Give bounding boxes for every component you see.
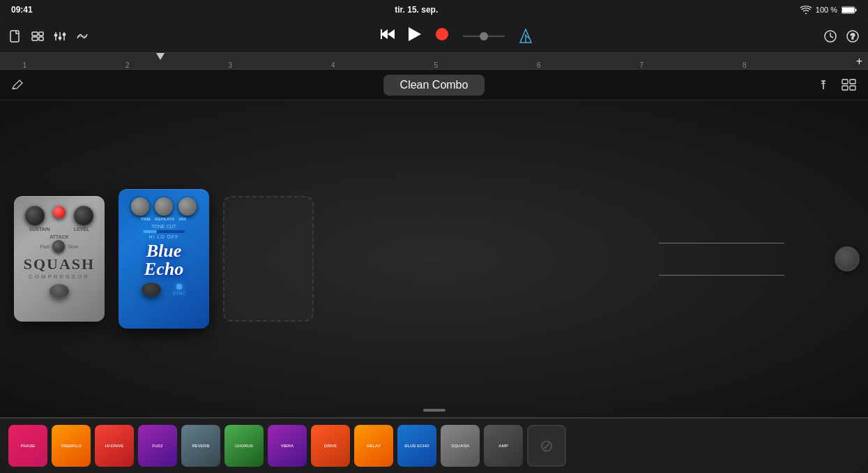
ruler-mark-5: 5 bbox=[434, 61, 439, 69]
echo-footswitch-row: Sync bbox=[142, 283, 185, 296]
preset-name-button[interactable]: Clean Combo bbox=[383, 75, 485, 96]
tempo-button[interactable] bbox=[823, 29, 837, 43]
tray-pedal-10[interactable]: Blue Echo bbox=[397, 425, 436, 467]
new-track-button[interactable] bbox=[8, 29, 22, 43]
squash-footswitch[interactable] bbox=[50, 284, 69, 298]
echo-knobs-row bbox=[131, 197, 197, 216]
tray-pedal-6[interactable]: Chorus bbox=[224, 425, 264, 467]
squash-led bbox=[53, 206, 66, 218]
echo-mix-knob[interactable] bbox=[178, 197, 197, 216]
tracks-button[interactable] bbox=[31, 29, 45, 43]
squash-attack-row: Fast Slow bbox=[40, 240, 79, 253]
add-track-button[interactable]: + bbox=[856, 55, 862, 68]
tray-pedal-3[interactable]: Hi-Drive bbox=[95, 425, 134, 467]
squash-knob-labels: SUSTAIN LEVEL bbox=[29, 227, 90, 232]
tray-pedal-2[interactable]: Tremolo bbox=[52, 425, 91, 467]
empty-pedal-slot[interactable] bbox=[223, 196, 314, 322]
blue-echo-pedal[interactable]: Time Repeats Mix TONE CUT HI LO OFF Blue… bbox=[119, 189, 209, 329]
tray-pedal-7[interactable]: Vibra bbox=[268, 425, 307, 467]
volume-slider[interactable] bbox=[463, 32, 505, 40]
tuner-button[interactable] bbox=[816, 78, 830, 92]
tray-pedal-11[interactable]: Squash bbox=[441, 425, 480, 467]
home-button[interactable] bbox=[835, 246, 860, 271]
svg-rect-34 bbox=[842, 86, 848, 90]
echo-footswitch[interactable] bbox=[142, 283, 161, 296]
pedalboard-area: SUSTAIN LEVEL ATTACK Fast Slow SQUASH CO… bbox=[0, 100, 868, 417]
squash-sustain-knob[interactable] bbox=[25, 206, 45, 225]
echo-tone-bar bbox=[143, 230, 185, 233]
playhead[interactable] bbox=[156, 53, 165, 60]
status-time: 09:41 bbox=[11, 5, 33, 15]
squash-level-label: LEVEL bbox=[74, 227, 90, 232]
help-button[interactable]: ? bbox=[846, 29, 860, 43]
status-right: 100 % bbox=[800, 6, 857, 14]
record-button[interactable] bbox=[435, 27, 449, 45]
record-icon bbox=[435, 27, 449, 41]
squash-knobs-row bbox=[25, 206, 93, 225]
svg-rect-2 bbox=[855, 8, 856, 11]
sub-toolbar-right bbox=[816, 78, 857, 92]
pedalboard-view-button[interactable] bbox=[842, 79, 857, 91]
svg-rect-35 bbox=[850, 80, 855, 84]
ruler-mark-7: 7 bbox=[639, 61, 644, 69]
wifi-icon bbox=[800, 6, 812, 14]
svg-point-19 bbox=[436, 28, 448, 40]
tracks-icon bbox=[31, 29, 45, 43]
svg-line-27 bbox=[830, 36, 833, 38]
metronome-button[interactable] bbox=[519, 29, 533, 44]
svg-rect-11 bbox=[54, 34, 57, 36]
play-icon bbox=[409, 27, 421, 41]
svg-rect-13 bbox=[63, 33, 66, 36]
svg-rect-5 bbox=[32, 37, 38, 40]
pedalboard-icon bbox=[842, 79, 857, 91]
rewind-button[interactable] bbox=[381, 28, 395, 44]
pedals-container: SUSTAIN LEVEL ATTACK Fast Slow SQUASH CO… bbox=[14, 189, 314, 329]
annotation-line-2 bbox=[659, 275, 784, 276]
echo-repeats-knob[interactable] bbox=[155, 197, 173, 216]
echo-brand: BlueEcho bbox=[144, 242, 183, 278]
disabled-icon: ⊘ bbox=[540, 436, 554, 456]
tray-pedal-8[interactable]: Drive bbox=[311, 425, 350, 467]
play-button[interactable] bbox=[409, 27, 421, 45]
echo-time-knob[interactable] bbox=[131, 197, 149, 216]
pencil-button[interactable] bbox=[11, 79, 24, 91]
echo-tone-indicator bbox=[143, 230, 157, 233]
svg-point-21 bbox=[480, 32, 488, 40]
sub-toolbar-left bbox=[11, 79, 24, 91]
echo-knob-labels: Time Repeats Mix bbox=[138, 217, 190, 221]
ruler-mark-6: 6 bbox=[537, 61, 541, 69]
volume-track bbox=[463, 32, 505, 40]
ruler-mark-2: 2 bbox=[125, 61, 130, 69]
svg-text:?: ? bbox=[851, 32, 855, 40]
status-bar: 09:41 tir. 15. sep. 100 % bbox=[0, 0, 868, 20]
tray-pedal-1[interactable]: Phase bbox=[8, 425, 47, 467]
echo-tone-cut-label: TONE CUT bbox=[151, 224, 176, 229]
echo-sync: Sync bbox=[172, 284, 185, 296]
tray-pedal-9[interactable]: Delay bbox=[354, 425, 393, 467]
mixer-icon bbox=[53, 29, 67, 43]
svg-rect-36 bbox=[850, 86, 855, 90]
squash-attack-knob[interactable] bbox=[52, 240, 65, 253]
clock-icon bbox=[823, 29, 837, 43]
battery-icon bbox=[842, 6, 857, 14]
echo-time-label: Time bbox=[138, 217, 153, 221]
tray-pedal-5[interactable]: Reverb bbox=[181, 425, 220, 467]
squash-compressor-pedal[interactable]: SUSTAIN LEVEL ATTACK Fast Slow SQUASH CO… bbox=[14, 196, 105, 322]
sync-led bbox=[176, 284, 182, 290]
main-content: Clean Combo bbox=[0, 70, 868, 473]
squash-level-knob[interactable] bbox=[74, 206, 93, 225]
echo-sync-label: Sync bbox=[172, 291, 185, 296]
squash-brand: SQUASH bbox=[24, 255, 95, 273]
echo-mix-label: Mix bbox=[176, 217, 190, 221]
svg-rect-6 bbox=[39, 32, 43, 36]
tray-pedal-12[interactable]: Amp bbox=[484, 425, 523, 467]
ipad-frame: 09:41 tir. 15. sep. 100 % bbox=[0, 0, 868, 473]
pedal-tray: Phase Tremolo Hi-Drive Fuzz Reverb Choru… bbox=[0, 417, 868, 473]
pencil-icon bbox=[11, 79, 24, 91]
tray-pedal-disabled[interactable]: ⊘ bbox=[527, 425, 566, 467]
tray-pedal-4[interactable]: Fuzz bbox=[138, 425, 177, 467]
eq-button[interactable] bbox=[75, 29, 89, 43]
echo-hi-lo-label: HI LO OFF bbox=[149, 234, 178, 239]
mixer-button[interactable] bbox=[53, 29, 67, 43]
timeline-ruler: 1 2 3 4 5 6 7 8 + bbox=[0, 53, 868, 70]
